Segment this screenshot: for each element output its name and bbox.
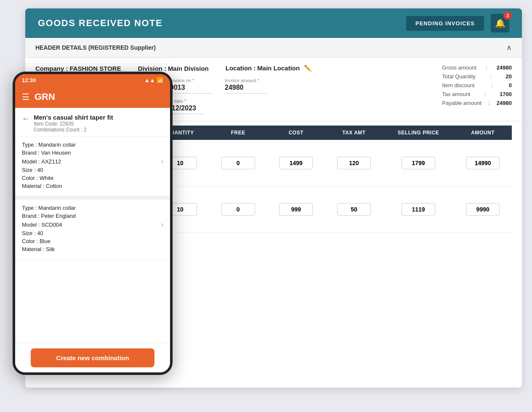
mobile-content: ← Men's casual shirt taper fit Item Code… [15, 108, 170, 343]
brand-field-2: Brand : Peter England [22, 213, 76, 219]
model-row-1: Model : AXZ112 › [22, 158, 163, 165]
chevron-up-icon[interactable]: ∧ [506, 43, 512, 52]
section-divider [15, 196, 170, 200]
summary-panel: Gross amount : 24980 Total Quantity : 20… [442, 63, 512, 107]
type-row-2: Type : Mandarin collar [22, 205, 163, 211]
amount-cell-1 [454, 140, 512, 186]
back-arrow-icon[interactable]: ← [22, 115, 29, 123]
col-amount: AMOUNT [454, 126, 512, 140]
desktop-title: GOODS RECEIVED NOTE [38, 18, 162, 29]
model-field-1: Model : AXZ112 [22, 158, 61, 165]
tax-cell-2 [325, 186, 383, 233]
material-row-2: Material : Silk [22, 246, 163, 252]
item-code: Item Code: 22635 [34, 121, 113, 127]
payable-value: 24980 [497, 100, 512, 106]
mobile-time: 12:30 [22, 77, 36, 83]
col-tax-amt: TAX AMT [325, 126, 383, 140]
combination-1-section: Type : Mandarin collar Brand : Van Heuse… [15, 136, 170, 196]
selling-price-input-1[interactable] [402, 157, 435, 169]
item-discount-label: Item discount [442, 82, 474, 88]
selling-price-cell-1 [383, 140, 454, 186]
mobile-overlay: 12:30 ▲▲ 📶 ☰ GRN ← Men's casual shirt ta… [13, 72, 173, 375]
color-field-2: Color : Blue [22, 238, 51, 244]
total-qty-row: Total Quantity : 20 [442, 72, 512, 81]
col-free: FREE [209, 126, 267, 140]
payable-amount-row: Payable amount : 24980 [442, 99, 512, 107]
notification-badge: 3 [503, 11, 512, 20]
material-row-1: Material : Cotton [22, 183, 163, 189]
model-field-2: Model : SCD004 [22, 222, 62, 228]
item-info: Men's casual shirt taper fit Item Code: … [34, 114, 113, 133]
tax-input-2[interactable] [337, 203, 371, 216]
item-discount-row: Item discount : 0 [442, 81, 512, 90]
invoice-no-label: Invoice no * [170, 78, 212, 83]
free-cell-2 [209, 186, 267, 233]
size-row-2: Size : 40 [22, 230, 163, 236]
combo-arrow-2[interactable]: › [161, 221, 163, 228]
invoice-no-group: Invoice no * 0013 [170, 78, 212, 94]
color-row-2: Color : Blue [22, 238, 163, 244]
location-value: Main Location [257, 64, 300, 72]
total-qty-label: Total Quantity [442, 73, 476, 80]
tax-label: Tax amount [442, 91, 470, 97]
combinations-count: Combinations Count : 2 [34, 127, 113, 133]
col-cost: COST [267, 126, 325, 140]
gross-value: 24980 [497, 64, 512, 71]
selling-price-input-2[interactable] [402, 203, 435, 216]
amount-cell-2 [454, 186, 512, 233]
payable-label: Payable amount [442, 100, 481, 106]
free-input-2[interactable] [221, 203, 255, 216]
type-field-1: Type : Mandarin collar [22, 142, 76, 148]
free-cell-1 [209, 140, 267, 186]
mobile-signal-icons: ▲▲ 📶 [144, 77, 163, 83]
tax-value: 1700 [500, 91, 512, 97]
item-title: Men's casual shirt taper fit [34, 114, 113, 121]
color-row-1: Color : White [22, 175, 163, 181]
type-field-2: Type : Mandarin collar [22, 205, 76, 211]
tax-cell-1 [325, 140, 383, 186]
combination-2-section: Type : Mandarin collar Brand : Peter Eng… [15, 200, 170, 260]
notification-bell-button[interactable]: 🔔 3 [491, 14, 509, 32]
mobile-header: ☰ GRN [15, 86, 170, 108]
free-input-1[interactable] [221, 157, 255, 169]
combo-arrow-1[interactable]: › [161, 158, 163, 165]
selling-price-cell-2 [383, 186, 454, 233]
division-value: Main Division [168, 65, 209, 72]
invoice-amount-value: 24980 [225, 84, 267, 94]
gross-amount-row: Gross amount : 24980 [442, 63, 512, 72]
size-field-2: Size : 40 [22, 230, 43, 236]
amount-input-1[interactable] [466, 157, 500, 169]
header-right: PENDING INVOICES 🔔 3 [406, 14, 509, 32]
item-discount-value: 0 [509, 82, 512, 88]
color-field-1: Color : White [22, 175, 53, 181]
pending-invoices-button[interactable]: PENDING INVOICES [406, 16, 484, 31]
company-value: FASHION STORE [69, 65, 121, 72]
amount-input-2[interactable] [466, 203, 500, 216]
brand-row-2: Brand : Peter England [22, 213, 163, 219]
size-field-1: Size : 40 [22, 167, 43, 173]
total-qty-value: 20 [506, 73, 512, 80]
location-edit-icon[interactable]: ✏️ [304, 64, 312, 72]
invoice-no-value: 0013 [170, 84, 212, 94]
cost-input-2[interactable] [279, 203, 313, 216]
col-selling-price: SELLING PRICE [383, 126, 454, 140]
create-btn-container: Create new combination [15, 343, 170, 372]
company-row: Company : FASHION STORE Division : Main … [35, 64, 512, 72]
cost-cell-1 [267, 140, 325, 186]
mobile-status-bar: 12:30 ▲▲ 📶 [15, 74, 170, 86]
cost-cell-2 [267, 186, 325, 233]
create-new-combination-button[interactable]: Create new combination [31, 348, 154, 367]
tax-input-1[interactable] [337, 157, 371, 169]
desktop-header: GOODS RECEIVED NOTE PENDING INVOICES 🔔 3 [25, 8, 522, 38]
cost-input-1[interactable] [279, 157, 313, 169]
invoice-amount-label: Invoice amount * [225, 78, 267, 83]
item-back-row: ← Men's casual shirt taper fit Item Code… [15, 108, 170, 136]
brand-row-1: Brand : Van Heusen [22, 150, 163, 156]
type-row-1: Type : Mandarin collar [22, 142, 163, 148]
model-row-2: Model : SCD004 › [22, 221, 163, 228]
company-label: Company : FASHION STORE [35, 65, 121, 72]
invoice-amount-group: Invoice amount * 24980 [225, 78, 267, 94]
material-field-1: Material : Cotton [22, 183, 62, 189]
hamburger-icon[interactable]: ☰ [22, 92, 29, 102]
brand-field-1: Brand : Van Heusen [22, 150, 71, 156]
